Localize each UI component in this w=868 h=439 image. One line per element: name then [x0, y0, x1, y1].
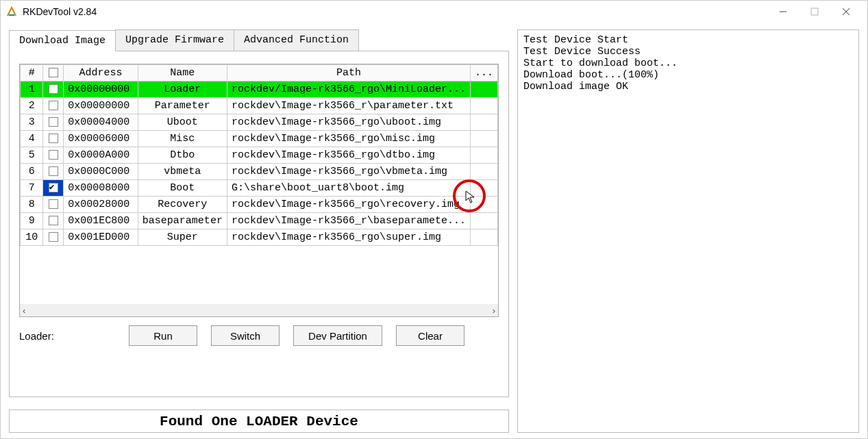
table-row[interactable]: 10x00000000Loaderrockdev/Image-rk3566_rg… — [21, 81, 498, 98]
cell-check[interactable] — [43, 197, 64, 213]
cell-name[interactable]: Super — [138, 229, 227, 246]
cell-name[interactable]: Recovery — [138, 197, 227, 213]
cell-address[interactable]: 0x0000A000 — [64, 147, 138, 164]
cell-address[interactable]: 0x00008000 — [64, 180, 138, 197]
cell-check[interactable] — [43, 229, 64, 246]
cell-address[interactable]: 0x00000000 — [64, 81, 138, 98]
cell-browse[interactable] — [470, 229, 497, 246]
cell-path[interactable]: rockdev\Image-rk3566_r\parameter.txt — [227, 98, 470, 114]
minimize-button[interactable] — [767, 1, 799, 23]
cell-check[interactable] — [43, 147, 64, 164]
row-checkbox[interactable] — [49, 216, 58, 225]
partition-table[interactable]: # Address Name Path ... 10x00000000Loade… — [20, 64, 498, 246]
maximize-button[interactable] — [799, 1, 830, 23]
dev-partition-button[interactable]: Dev Partition — [293, 325, 382, 346]
row-checkbox[interactable] — [49, 84, 58, 94]
window-title: RKDevTool v2.84 — [23, 6, 767, 17]
cell-address[interactable]: 0x00004000 — [64, 114, 138, 131]
cell-address[interactable]: 0x001ED000 — [64, 229, 138, 246]
row-checkbox[interactable] — [49, 166, 58, 176]
scroll-left-icon[interactable]: ‹ — [23, 305, 25, 316]
cell-browse[interactable] — [470, 131, 497, 147]
table-row[interactable]: 90x001EC800baseparameterrockdev\Image-rk… — [21, 213, 498, 229]
cell-address[interactable]: 0x001EC800 — [64, 213, 138, 229]
cell-browse[interactable] — [470, 197, 497, 213]
cell-path[interactable]: G:\share\boot_uart8\boot.img — [227, 180, 470, 197]
cell-path[interactable]: rockdev\Image-rk3566_r\baseparamete... — [227, 213, 470, 229]
cell-num: 4 — [21, 131, 43, 147]
table-row[interactable]: 40x00006000Miscrockdev\Image-rk3566_rgo\… — [21, 131, 498, 147]
cell-check[interactable] — [43, 114, 64, 131]
table-row[interactable]: 80x00028000Recoveryrockdev\Image-rk3566_… — [21, 197, 498, 213]
col-browse[interactable]: ... — [470, 65, 497, 81]
cell-browse[interactable] — [470, 81, 497, 98]
row-checkbox[interactable] — [49, 183, 58, 192]
cell-name[interactable]: Loader — [138, 81, 227, 98]
cell-address[interactable]: 0x0000C000 — [64, 164, 138, 180]
cell-path[interactable]: rockdev/Image-rk3566_rgo\MiniLoader... — [227, 81, 470, 98]
table-row[interactable]: 60x0000C000vbmetarockdev\Image-rk3566_rg… — [21, 164, 498, 180]
cell-name[interactable]: Parameter — [138, 98, 227, 114]
row-checkbox[interactable] — [49, 101, 58, 110]
tab-upgrade-firmware[interactable]: Upgrade Firmware — [115, 29, 234, 51]
table-row[interactable]: 30x00004000Ubootrockdev\Image-rk3566_rgo… — [21, 114, 498, 131]
cell-path[interactable]: rockdev\Image-rk3566_rgo\recovery.img — [227, 197, 470, 213]
table-row[interactable]: 70x00008000BootG:\share\boot_uart8\boot.… — [21, 180, 498, 197]
horizontal-scrollbar[interactable]: ‹ › — [20, 304, 498, 316]
cell-browse[interactable] — [470, 114, 497, 131]
cell-browse[interactable] — [470, 98, 497, 114]
scroll-right-icon[interactable]: › — [493, 305, 495, 316]
row-checkbox[interactable] — [49, 134, 58, 143]
row-checkbox[interactable] — [49, 199, 58, 209]
cell-name[interactable]: Uboot — [138, 114, 227, 131]
table-row[interactable]: 100x001ED000Superrockdev\Image-rk3566_rg… — [21, 229, 498, 246]
cell-check[interactable] — [43, 131, 64, 147]
cell-address[interactable]: 0x00006000 — [64, 131, 138, 147]
row-checkbox[interactable] — [49, 150, 58, 160]
cell-path[interactable]: rockdev\Image-rk3566_rgo\dtbo.img — [227, 147, 470, 164]
col-path[interactable]: Path — [227, 65, 470, 81]
tab-download-image[interactable]: Download Image — [9, 30, 116, 51]
col-check-all[interactable] — [43, 65, 64, 81]
cell-path[interactable]: rockdev\Image-rk3566_rgo\uboot.img — [227, 114, 470, 131]
row-checkbox[interactable] — [49, 232, 58, 242]
cell-browse[interactable] — [470, 180, 497, 197]
cell-check[interactable] — [43, 164, 64, 180]
bottom-row: Loader: Run Switch Dev Partition Clear — [19, 325, 499, 346]
cell-path[interactable]: rockdev\Image-rk3566_rgo\vbmeta.img — [227, 164, 470, 180]
switch-button[interactable]: Switch — [211, 325, 280, 346]
cell-path[interactable]: rockdev\Image-rk3566_rgo\misc.img — [227, 131, 470, 147]
cell-name[interactable]: Boot — [138, 180, 227, 197]
cell-name[interactable]: vbmeta — [138, 164, 227, 180]
cell-check[interactable] — [43, 81, 64, 98]
run-button[interactable]: Run — [129, 325, 197, 346]
col-num[interactable]: # — [21, 65, 43, 81]
cell-path[interactable]: rockdev\Image-rk3566_rgo\super.img — [227, 229, 470, 246]
log-panel[interactable]: Test Device Start Test Device Success St… — [517, 29, 859, 433]
cell-browse[interactable] — [470, 164, 497, 180]
cell-address[interactable]: 0x00000000 — [64, 98, 138, 114]
content-area: Download Image Upgrade Firmware Advanced… — [1, 23, 867, 438]
cell-name[interactable]: Dtbo — [138, 147, 227, 164]
button-row: Run Switch Dev Partition Clear — [129, 325, 464, 346]
cell-browse[interactable] — [470, 147, 497, 164]
cell-check[interactable] — [43, 98, 64, 114]
clear-button[interactable]: Clear — [396, 325, 464, 346]
cell-check[interactable] — [43, 180, 64, 197]
cell-name[interactable]: baseparameter — [138, 213, 227, 229]
cell-num: 2 — [21, 98, 43, 114]
table-row[interactable]: 20x00000000Parameterrockdev\Image-rk3566… — [21, 98, 498, 114]
close-button[interactable] — [830, 1, 862, 23]
status-bar: Found One LOADER Device — [9, 410, 509, 433]
row-checkbox[interactable] — [49, 117, 58, 127]
cell-check[interactable] — [43, 213, 64, 229]
col-address[interactable]: Address — [64, 65, 138, 81]
tab-advanced-function[interactable]: Advanced Function — [234, 29, 359, 51]
table-row[interactable]: 50x0000A000Dtborockdev\Image-rk3566_rgo\… — [21, 147, 498, 164]
table-header-row: # Address Name Path ... — [21, 65, 498, 81]
col-name[interactable]: Name — [138, 65, 227, 81]
checkbox-all[interactable] — [49, 68, 58, 77]
cell-address[interactable]: 0x00028000 — [64, 197, 138, 213]
cell-browse[interactable] — [470, 213, 497, 229]
cell-name[interactable]: Misc — [138, 131, 227, 147]
